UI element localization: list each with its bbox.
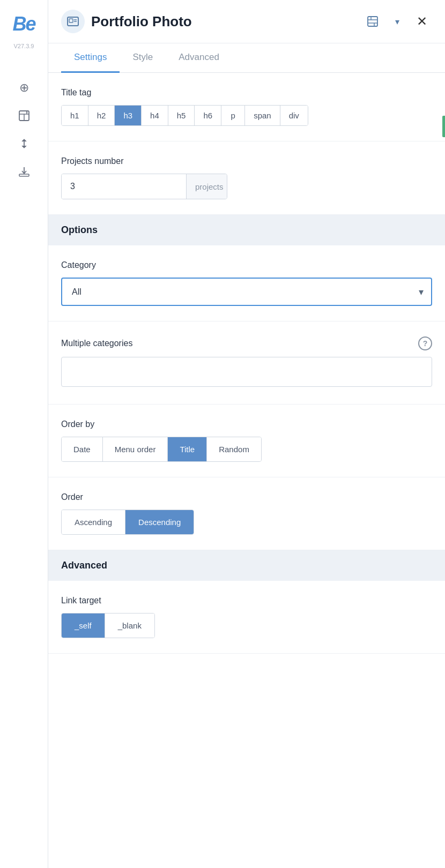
order-by-date[interactable]: Date — [62, 437, 103, 461]
multiple-categories-section: Multiple categories ? — [48, 321, 445, 405]
order-by-toggle-group: Date Menu order Title Random — [61, 437, 262, 462]
main-panel: Portfolio Photo ▾ ✕ Settings Style Advan… — [48, 0, 445, 868]
panel-content: Title tag h1 h2 h3 h4 h5 h6 p span div P… — [48, 73, 445, 868]
tab-settings[interactable]: Settings — [61, 43, 120, 73]
download-icon[interactable] — [12, 160, 36, 183]
link-target-blank[interactable]: _blank — [105, 613, 154, 638]
order-by-section: Order by Date Menu order Title Random — [48, 405, 445, 477]
title-tag-section: Title tag h1 h2 h3 h4 h5 h6 p span div — [48, 73, 445, 141]
help-icon[interactable]: ? — [418, 336, 432, 350]
tag-h6[interactable]: h6 — [195, 106, 221, 125]
sidebar-logo: Be — [8, 11, 40, 38]
category-section: Category All Design Photography Web Deve… — [48, 245, 445, 321]
tag-h3[interactable]: h3 — [115, 106, 142, 125]
link-target-self[interactable]: _self — [62, 613, 105, 638]
panel-title: Portfolio Photo — [91, 13, 356, 30]
advanced-section-header: Advanced — [48, 550, 445, 581]
add-circle-icon[interactable]: ⊕ — [12, 76, 36, 100]
category-dropdown: All Design Photography Web Development ▾ — [61, 278, 432, 306]
title-tag-buttons: h1 h2 h3 h4 h5 h6 p span div — [61, 105, 308, 126]
order-by-menu-order[interactable]: Menu order — [103, 437, 168, 461]
tag-p[interactable]: p — [221, 106, 245, 125]
title-tag-label: Title tag — [61, 88, 432, 98]
tag-h4[interactable]: h4 — [142, 106, 168, 125]
projects-number-section: Projects number projects — [48, 141, 445, 215]
order-by-label: Order by — [61, 420, 432, 429]
svg-rect-6 — [19, 174, 29, 176]
tag-h2[interactable]: h2 — [88, 106, 115, 125]
add-table-icon[interactable]: + — [12, 104, 36, 128]
link-target-toggle-group: _self _blank — [61, 613, 155, 638]
tag-h5[interactable]: h5 — [168, 106, 195, 125]
tag-h1[interactable]: h1 — [62, 106, 88, 125]
svg-rect-9 — [69, 19, 73, 23]
multiple-categories-input[interactable] — [61, 357, 432, 387]
tabs-bar: Settings Style Advanced — [48, 43, 445, 73]
multiple-categories-label: Multiple categories — [61, 339, 132, 348]
projects-number-input-group: projects — [61, 174, 227, 199]
tab-advanced[interactable]: Advanced — [166, 43, 232, 73]
options-section-header: Options — [48, 215, 445, 245]
order-by-random[interactable]: Random — [207, 437, 261, 461]
projects-number-label: Projects number — [61, 156, 432, 166]
panel-header-icon — [61, 10, 85, 33]
sidebar-icon-list: ⊕ + — [12, 76, 36, 183]
version-label: V27.3.9 — [14, 43, 34, 49]
green-accent-bar — [442, 116, 445, 137]
tag-span[interactable]: span — [245, 106, 280, 125]
panel-header: Portfolio Photo ▾ ✕ — [48, 0, 445, 43]
order-section: Order Ascending Descending — [48, 477, 445, 550]
close-button[interactable]: ✕ — [412, 11, 432, 32]
logo-text: Be — [12, 13, 35, 35]
link-target-label: Link target — [61, 596, 432, 605]
category-select[interactable]: All Design Photography Web Development — [61, 278, 432, 306]
tab-style[interactable]: Style — [120, 43, 166, 73]
order-by-title[interactable]: Title — [168, 437, 207, 461]
settings-action-btn[interactable] — [362, 11, 383, 32]
svg-text:+: + — [26, 110, 28, 114]
order-label: Order — [61, 492, 432, 502]
link-target-section: Link target _self _blank — [48, 581, 445, 654]
dropdown-arrow-btn[interactable]: ▾ — [387, 11, 407, 32]
order-ascending[interactable]: Ascending — [62, 510, 125, 534]
svg-rect-12 — [368, 17, 377, 26]
order-descending[interactable]: Descending — [125, 510, 194, 534]
options-title: Options — [61, 225, 98, 235]
sidebar: Be V27.3.9 ⊕ + — [0, 0, 48, 868]
tag-div[interactable]: div — [280, 106, 308, 125]
projects-unit: projects — [186, 174, 227, 199]
header-actions: ▾ ✕ — [362, 11, 432, 32]
order-toggle-group: Ascending Descending — [61, 510, 194, 535]
sort-icon[interactable] — [12, 132, 36, 155]
multiple-categories-header: Multiple categories ? — [61, 336, 432, 350]
category-label: Category — [61, 260, 432, 270]
advanced-title: Advanced — [61, 560, 107, 571]
projects-number-input[interactable] — [62, 174, 186, 199]
